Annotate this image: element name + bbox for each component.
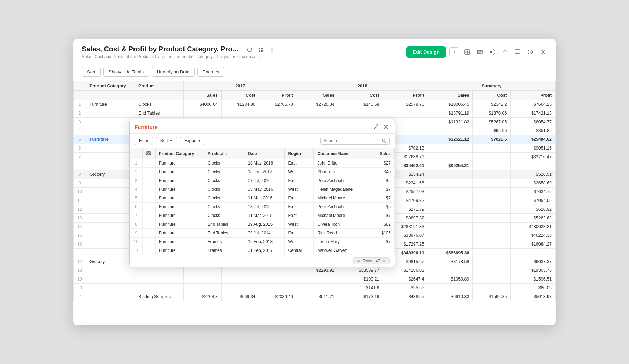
modal-table-cell: Frames: [204, 246, 244, 255]
settings-icon-button[interactable]: [538, 48, 547, 57]
table-cell: $141.6: [338, 284, 383, 292]
svg-rect-2: [259, 50, 260, 52]
modal-export-button[interactable]: Export ▼: [180, 137, 206, 145]
export-dropdown-arrow: ▼: [198, 139, 201, 143]
comment-icon-button[interactable]: [513, 48, 522, 57]
edit-design-button[interactable]: Edit Design: [406, 46, 446, 58]
svg-point-4: [271, 48, 272, 49]
modal-table-cell: 09 Jul, 2014: [244, 229, 284, 238]
table-cell: [473, 284, 511, 292]
table-cell: [86, 284, 135, 292]
table-cell: $5267.05: [473, 118, 511, 126]
add-button[interactable]: +: [449, 47, 459, 57]
table-cell: [86, 188, 135, 196]
table-cell: [473, 240, 511, 249]
more-icon-button[interactable]: [268, 45, 276, 54]
table-cell: [428, 231, 472, 240]
modal-sort-button[interactable]: Sort ▼: [156, 137, 177, 145]
modal-table-cell: 11: [130, 246, 143, 255]
modal-table-cell: Furniture: [155, 238, 204, 246]
modal-table-cell: 05 May, 2016: [244, 185, 284, 194]
table-cell: [221, 266, 259, 275]
modal-table-cell: Clocks: [204, 211, 244, 220]
table-cell: 7: [74, 153, 86, 161]
table-cell: $5013.98: [511, 292, 556, 301]
table-cell: [183, 266, 221, 275]
table-cell: [74, 161, 86, 170]
table-cell: $351.82: [511, 126, 556, 135]
underlying-data-button[interactable]: Underlying Data: [152, 67, 195, 77]
refresh-icon-button[interactable]: [245, 45, 254, 54]
modal-table-cell: 7: [130, 211, 143, 220]
table-cell: 14: [74, 223, 86, 231]
modal-table-cell: [143, 211, 156, 220]
modal-table-cell: Michael Moore: [314, 194, 369, 203]
col-header-product: Product ↓: [135, 81, 183, 91]
table-cell: $2720.34: [297, 100, 338, 109]
table-cell: [428, 179, 472, 188]
page-title: Sales, Cost & Profit by Product Category…: [82, 45, 238, 53]
clock-icon-button[interactable]: [526, 48, 535, 57]
modal-table-cell: [143, 238, 156, 246]
share-icon-button[interactable]: [488, 48, 497, 57]
show-hide-totals-button[interactable]: Show/Hide Totals: [103, 67, 149, 77]
themes-button[interactable]: Themes: [197, 67, 224, 77]
modal-table-cell: John Britto: [314, 159, 369, 168]
modal-filter-button[interactable]: Filter: [135, 137, 153, 145]
modal-table-cell: Michael Moore: [314, 211, 369, 220]
modal-table-cell: 11 Mar, 2015: [244, 211, 284, 220]
modal-table-cell: 01 Feb, 2017: [244, 246, 284, 255]
table-cell: $5262.62: [511, 214, 556, 223]
table-cell: [473, 170, 511, 179]
modal-table-cell: $7: [369, 238, 394, 246]
list-item: 11FurnitureFrames01 Feb, 2017CentralMaxw…: [130, 246, 395, 255]
modal-table-cell: Leena Mary: [314, 238, 369, 246]
svg-point-10: [493, 50, 494, 51]
more-icon: [269, 47, 275, 52]
rows-count-label: Rows: 47: [363, 259, 380, 263]
modal-search-box[interactable]: [320, 137, 390, 145]
table-cell: $14286.01: [383, 266, 428, 275]
modal-table-cell: Olvera Toch: [314, 220, 369, 229]
modal-table-cell: [369, 246, 394, 255]
svg-point-5: [271, 49, 272, 50]
modal-table-cell: East: [284, 159, 314, 168]
table-cell: 6: [74, 144, 86, 153]
col-subheader-2017-sales: Sales: [183, 91, 221, 100]
sort-button[interactable]: Sort: [82, 67, 101, 77]
table-cell: [221, 284, 259, 292]
table-cell: [473, 257, 511, 266]
modal-table-cell: Clocks: [204, 176, 244, 185]
modal-close-button[interactable]: [382, 123, 390, 131]
email-icon-button[interactable]: [475, 48, 484, 57]
email-icon: [477, 49, 483, 55]
modal-table-cell: East: [284, 203, 314, 211]
modal-sort-cat: ↓: [196, 152, 198, 156]
table-cell: Binding Supplies: [135, 292, 183, 301]
col-header-summary: Summary: [428, 81, 555, 91]
table-cell: $3178.58: [428, 257, 472, 266]
share-icon: [489, 49, 496, 55]
grid-icon-button[interactable]: [256, 45, 265, 54]
table-cell: $6054.77: [511, 118, 556, 126]
col-subheader-rownum: [74, 91, 86, 100]
modal-data-table: Product Category ↓ Product ↓ Date ↑ Regi…: [130, 148, 395, 255]
table-cell: [473, 188, 511, 196]
table-cell: Grocery: [86, 170, 135, 179]
table-cell: $7026.5: [473, 135, 511, 144]
modal-table-cell: 07 Jul, 2016: [244, 176, 284, 185]
table-cell: $2647.4: [383, 275, 428, 284]
table-cell: [473, 214, 511, 223]
table-cell: [221, 275, 259, 284]
upload-icon-button[interactable]: [500, 48, 509, 57]
modal-expand-button[interactable]: [372, 123, 380, 131]
table-cell[interactable]: Furniture: [86, 135, 135, 144]
modal-table-cell: Rick Reed: [314, 229, 369, 238]
table-cell: [86, 179, 135, 188]
table-cell: [183, 284, 221, 292]
table-cell: Grocery: [86, 257, 135, 266]
export-icon-button[interactable]: [463, 48, 472, 57]
table-cell: [86, 292, 135, 301]
svg-rect-17: [515, 50, 520, 53]
search-input[interactable]: [324, 138, 379, 143]
